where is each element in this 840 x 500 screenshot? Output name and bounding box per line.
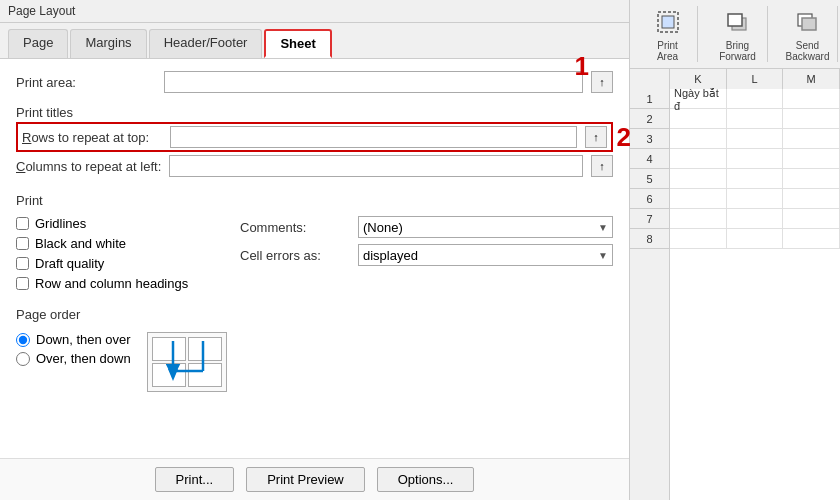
page-setup-dialog: Page Layout Page Margins Header/Footer S… — [0, 0, 630, 500]
row-header-7: 7 — [630, 209, 669, 229]
col-header-m: M — [783, 69, 840, 89]
cols-to-repeat-row: Columns to repeat at left: ↑ — [16, 155, 613, 177]
svg-rect-9 — [802, 18, 816, 30]
comments-row: Comments: (None) ▼ — [240, 216, 613, 238]
sheet-row-8 — [670, 229, 840, 249]
cell-errors-dropdown[interactable]: displayed ▼ — [358, 244, 613, 266]
sheet-header-row: K L M — [630, 69, 840, 89]
tab-bar: Page Margins Header/Footer Sheet 1 — [0, 23, 629, 59]
cell-1-k[interactable]: Ngày bắt đ — [670, 89, 727, 109]
down-then-over-radio[interactable] — [16, 333, 30, 347]
print-button[interactable]: Print... — [155, 467, 235, 492]
toolbar-print-area: Print Area — [638, 6, 698, 62]
page-order-heading: Page order — [16, 307, 613, 322]
cell-4-k[interactable] — [670, 149, 727, 169]
cols-collapse-btn[interactable]: ↑ — [591, 155, 613, 177]
cell-1-m[interactable] — [783, 89, 840, 109]
rows-collapse-btn[interactable]: ↑ — [585, 126, 607, 148]
black-white-checkbox[interactable] — [16, 237, 29, 250]
cell-2-m[interactable] — [783, 109, 840, 129]
cell-5-k[interactable] — [670, 169, 727, 189]
gridlines-checkbox[interactable] — [16, 217, 29, 230]
print-right-options: Comments: (None) ▼ Cell errors as: displ… — [240, 216, 613, 293]
toolbar-bring-forward: Bring Forward — [708, 6, 768, 62]
send-backward-svg — [794, 8, 822, 36]
comments-dropdown[interactable]: (None) ▼ — [358, 216, 613, 238]
black-white-label: Black and white — [35, 236, 126, 251]
cell-8-m[interactable] — [783, 229, 840, 249]
comments-value: (None) — [363, 220, 403, 235]
comments-dropdown-arrow: ▼ — [598, 222, 608, 233]
bring-forward-label: Bring Forward — [719, 40, 756, 62]
sheet-row-7 — [670, 209, 840, 229]
sheet-row-1: Ngày bắt đ — [670, 89, 840, 109]
down-then-over-row: Down, then over — [16, 332, 131, 347]
sheet-row-6 — [670, 189, 840, 209]
cell-6-k[interactable] — [670, 189, 727, 209]
print-area-collapse-btn[interactable]: ↑ — [591, 71, 613, 93]
cell-4-m[interactable] — [783, 149, 840, 169]
toolbar-row: Print Area Bring Forward — [638, 6, 832, 62]
row-header-6: 6 — [630, 189, 669, 209]
row-col-headings-checkbox[interactable] — [16, 277, 29, 290]
cell-4-l[interactable] — [727, 149, 784, 169]
tab-margins[interactable]: Margins — [70, 29, 146, 58]
page-order-radios: Down, then over Over, then down — [16, 332, 131, 366]
rows-to-repeat-label: Rows to repeat at top: — [22, 130, 162, 145]
row-col-headings-label: Row and column headings — [35, 276, 188, 291]
sheet-grid: K L M 1 2 3 4 5 6 7 8 Ngày bắt đ — [630, 69, 840, 500]
cell-2-l[interactable] — [727, 109, 784, 129]
cell-errors-dropdown-arrow: ▼ — [598, 250, 608, 261]
send-backward-label: Send Backward — [786, 40, 830, 62]
cell-7-k[interactable] — [670, 209, 727, 229]
print-preview-button[interactable]: Print Preview — [246, 467, 365, 492]
row-header-4: 4 — [630, 149, 669, 169]
draft-quality-checkbox[interactable] — [16, 257, 29, 270]
tab-header-footer[interactable]: Header/Footer — [149, 29, 263, 58]
options-button[interactable]: Options... — [377, 467, 475, 492]
rows-repeat-wrapper: Rows to repeat at top: ↑ 2 — [16, 122, 613, 152]
over-then-down-row: Over, then down — [16, 351, 131, 366]
over-then-down-radio[interactable] — [16, 352, 30, 366]
sheet-body: 1 2 3 4 5 6 7 8 Ngày bắt đ — [630, 89, 840, 500]
cell-3-k[interactable] — [670, 129, 727, 149]
col-header-l: L — [727, 69, 784, 89]
title-bar: Page Layout — [0, 0, 629, 23]
print-section-heading: Print — [16, 193, 613, 208]
print-area-icon[interactable] — [648, 6, 688, 38]
print-area-input[interactable] — [164, 71, 583, 93]
row-headers: 1 2 3 4 5 6 7 8 — [630, 89, 670, 500]
cell-6-l[interactable] — [727, 189, 784, 209]
print-titles-heading: Print titles — [16, 105, 613, 120]
cell-8-l[interactable] — [727, 229, 784, 249]
preview-cell-2 — [188, 337, 222, 361]
cell-7-m[interactable] — [783, 209, 840, 229]
cell-5-m[interactable] — [783, 169, 840, 189]
print-area-svg — [654, 8, 682, 36]
cell-2-k[interactable] — [670, 109, 727, 129]
tab-sheet[interactable]: Sheet — [264, 29, 331, 58]
cols-to-repeat-input[interactable] — [169, 155, 583, 177]
preview-cell-1 — [152, 337, 186, 361]
tab-page[interactable]: Page — [8, 29, 68, 58]
step2-label: 2 — [617, 122, 631, 153]
rows-to-repeat-input[interactable] — [170, 126, 577, 148]
sheet-row-4 — [670, 149, 840, 169]
cell-6-m[interactable] — [783, 189, 840, 209]
cell-8-k[interactable] — [670, 229, 727, 249]
spreadsheet-panel: Print Area Bring Forward — [630, 0, 840, 500]
over-then-down-label: Over, then down — [36, 351, 131, 366]
row-header-3: 3 — [630, 129, 669, 149]
rows-to-repeat-row: Rows to repeat at top: ↑ — [16, 122, 613, 152]
print-area-label: Print area: — [16, 75, 156, 90]
send-backward-icon[interactable] — [788, 6, 828, 38]
dialog-footer: Print... Print Preview Options... — [0, 458, 629, 500]
cell-3-l[interactable] — [727, 129, 784, 149]
cell-7-l[interactable] — [727, 209, 784, 229]
cell-1-l[interactable] — [727, 89, 784, 109]
cell-3-m[interactable] — [783, 129, 840, 149]
cols-label-text: olumns to repeat at left: — [25, 159, 161, 174]
bring-forward-icon[interactable] — [718, 6, 758, 38]
toolbar-send-backward: Send Backward — [778, 6, 838, 62]
cell-5-l[interactable] — [727, 169, 784, 189]
